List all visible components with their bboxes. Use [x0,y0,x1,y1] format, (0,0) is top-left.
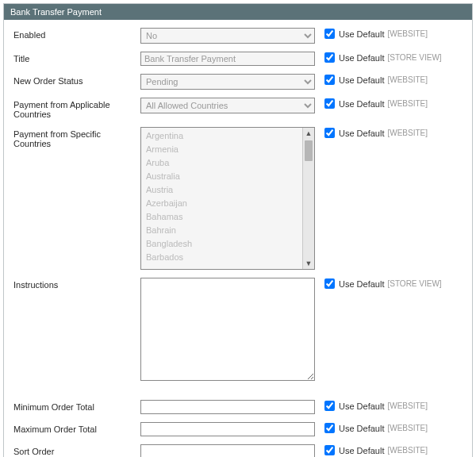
use-default-label: Use Default [339,424,384,433]
scope-label: [WEBSITE] [387,29,428,38]
list-item[interactable]: Australia [146,170,297,183]
title-input[interactable] [140,52,315,66]
sort-order-input[interactable] [140,444,315,457]
scope-label: [WEBSITE] [387,424,428,432]
row-new-order-status: New Order Status Pending Use Default [WE… [13,74,463,90]
min-order-total-input[interactable] [140,400,315,414]
scope-label: [WEBSITE] [387,401,428,410]
instructions-textarea[interactable] [140,278,315,381]
use-default-label: Use Default [339,99,384,109]
use-default-label: Use Default [339,75,384,85]
scroll-thumb[interactable] [305,140,313,161]
scrollbar[interactable]: ▲ ▼ [302,128,314,269]
list-item[interactable]: Aruba [146,156,297,170]
scope-label: [WEBSITE] [387,75,428,84]
list-item[interactable]: Armenia [146,143,297,156]
new-order-status-select[interactable]: Pending [140,74,315,90]
use-default-label: Use Default [339,446,384,455]
use-default-label: Use Default [339,401,384,411]
config-panel: Bank Transfer Payment Enabled No Use Def… [3,3,473,457]
row-specific-countries: Payment from Specific Countries Argentin… [13,127,463,270]
sort-order-usedefault-checkbox[interactable] [324,445,335,455]
row-title: Title Use Default [STORE VIEW] [13,52,463,66]
list-item[interactable]: Barbados [146,251,297,264]
applicable-countries-usedefault-checkbox[interactable] [324,98,335,109]
label-enabled: Enabled [13,28,140,40]
label-instructions: Instructions [13,278,140,290]
row-min-order-total: Minimum Order Total Use Default [WEBSITE… [13,400,463,414]
label-specific-countries: Payment from Specific Countries [13,127,140,148]
row-instructions: Instructions Use Default [STORE VIEW] [13,278,463,382]
label-applicable-countries: Payment from Applicable Countries [13,98,140,119]
row-max-order-total: Maximum Order Total Use Default [WEBSITE… [13,422,463,436]
scope-label: [STORE VIEW] [387,53,441,62]
panel-body: Enabled No Use Default [WEBSITE] Title U… [4,20,472,457]
use-default-label: Use Default [339,29,384,39]
list-item[interactable]: Bangladesh [146,237,297,251]
specific-countries-multiselect[interactable]: Argentina Armenia Aruba Australia Austri… [140,127,315,270]
applicable-countries-select[interactable]: All Allowed Countries [140,98,315,113]
instructions-usedefault-checkbox[interactable] [324,278,335,289]
row-enabled: Enabled No Use Default [WEBSITE] [13,28,463,44]
label-min-order-total: Minimum Order Total [13,400,140,412]
use-default-label: Use Default [339,53,384,63]
row-sort-order: Sort Order Use Default [WEBSITE] [13,444,463,457]
title-usedefault-checkbox[interactable] [324,52,335,63]
label-new-order-status: New Order Status [13,74,140,86]
label-max-order-total: Maximum Order Total [13,422,140,434]
new-order-status-usedefault-checkbox[interactable] [324,75,335,85]
max-order-total-usedefault-checkbox[interactable] [324,423,335,433]
scroll-down-icon[interactable]: ▼ [303,258,314,269]
list-item[interactable]: Bahrain [146,224,297,237]
list-item[interactable]: Austria [146,183,297,197]
use-default-label: Use Default [339,279,384,289]
scroll-up-icon[interactable]: ▲ [303,128,314,139]
list-item[interactable]: Azerbaijan [146,197,297,210]
enabled-usedefault-checkbox[interactable] [324,29,335,39]
scope-label: [STORE VIEW] [387,279,441,288]
scope-label: [WEBSITE] [387,446,428,455]
scope-label: [WEBSITE] [387,99,428,108]
scope-label: [WEBSITE] [387,129,428,137]
enabled-select[interactable]: No [140,28,315,44]
max-order-total-input[interactable] [140,422,315,436]
panel-title: Bank Transfer Payment [4,4,472,20]
use-default-label: Use Default [339,129,384,138]
label-title: Title [13,52,140,63]
label-sort-order: Sort Order [13,444,140,456]
min-order-total-usedefault-checkbox[interactable] [324,401,335,411]
specific-countries-list: Argentina Armenia Aruba Australia Austri… [141,128,301,269]
specific-countries-usedefault-checkbox[interactable] [324,128,335,138]
list-item[interactable]: Bahamas [146,210,297,224]
row-applicable-countries: Payment from Applicable Countries All Al… [13,98,463,119]
list-item[interactable]: Argentina [146,129,297,143]
